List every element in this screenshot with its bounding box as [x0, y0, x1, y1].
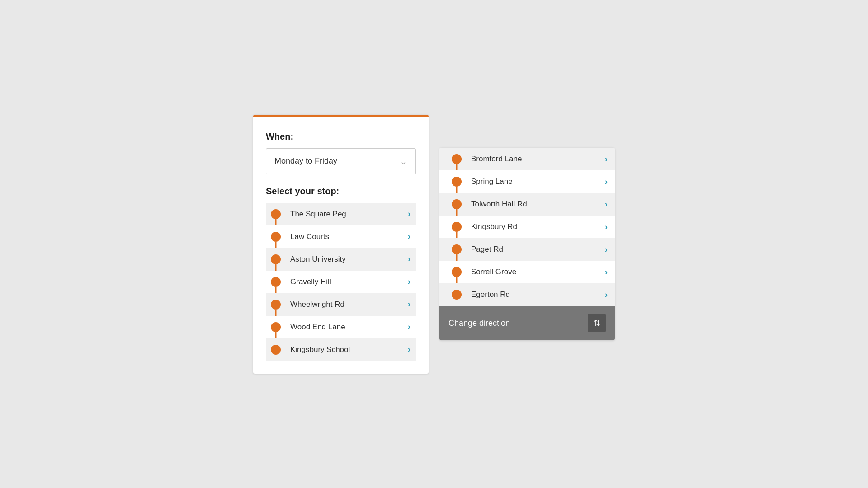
- left-stop-item[interactable]: Kingsbury School ›: [266, 338, 416, 361]
- right-stop-chevron-icon: ›: [605, 245, 608, 254]
- right-stop-name: Kingsbury Rd: [467, 222, 605, 231]
- stop-connector: [275, 219, 277, 225]
- right-stop-connector: [456, 209, 458, 216]
- right-stop-dot: [452, 177, 462, 187]
- stop-dot: [271, 209, 281, 219]
- stop-chevron-icon: ›: [408, 254, 410, 264]
- right-stop-item[interactable]: Paget Rd ›: [439, 238, 615, 261]
- stop-dot-container: [266, 254, 286, 264]
- stop-dot: [271, 322, 281, 332]
- stop-dot-container: [266, 345, 286, 355]
- right-stop-chevron-icon: ›: [605, 200, 608, 209]
- stop-name: Aston University: [286, 255, 408, 264]
- change-direction-label: Change direction: [448, 319, 510, 328]
- right-stop-connector: [456, 187, 458, 193]
- right-stop-dot: [452, 267, 462, 277]
- right-stop-dot-container: [447, 244, 467, 254]
- right-stop-chevron-icon: ›: [605, 290, 608, 300]
- stop-name: Gravelly Hill: [286, 277, 408, 286]
- dropdown-value: Monday to Friday: [274, 156, 337, 166]
- stop-chevron-icon: ›: [408, 232, 410, 241]
- left-stop-item[interactable]: Law Courts ›: [266, 225, 416, 248]
- stop-name: Kingsbury School: [286, 345, 408, 354]
- stop-chevron-icon: ›: [408, 277, 410, 286]
- stop-name: Law Courts: [286, 232, 408, 241]
- right-stop-chevron-icon: ›: [605, 267, 608, 277]
- right-stop-dot: [452, 199, 462, 209]
- right-stop-list: Bromford Lane › Spring Lane › Tolworth H…: [439, 148, 615, 306]
- stop-connector: [275, 287, 277, 293]
- right-stop-dot-container: [447, 222, 467, 232]
- left-stop-item[interactable]: Wheelwright Rd ›: [266, 293, 416, 316]
- right-stop-item[interactable]: Sorrell Grove ›: [439, 261, 615, 283]
- right-stop-name: Bromford Lane: [467, 155, 605, 164]
- right-stop-name: Paget Rd: [467, 245, 605, 254]
- stop-chevron-icon: ›: [408, 322, 410, 332]
- right-stop-dot: [452, 244, 462, 254]
- stop-dot-container: [266, 232, 286, 242]
- stop-dot-container: [266, 300, 286, 310]
- right-stop-connector: [456, 232, 458, 238]
- right-stop-dot: [452, 290, 462, 300]
- right-stop-name: Sorrell Grove: [467, 267, 605, 277]
- change-direction-icon: ⇅: [588, 314, 606, 332]
- right-stop-chevron-icon: ›: [605, 155, 608, 164]
- stop-name: Wheelwright Rd: [286, 300, 408, 309]
- stop-dot: [271, 277, 281, 287]
- chevron-down-icon: ⌄: [400, 156, 407, 167]
- stop-dot: [271, 345, 281, 355]
- left-stop-item[interactable]: Gravelly Hill ›: [266, 271, 416, 293]
- stop-dot-container: [266, 322, 286, 332]
- right-stop-chevron-icon: ›: [605, 177, 608, 187]
- left-stop-list: The Square Peg › Law Courts › Aston Univ…: [266, 203, 416, 361]
- right-stop-name: Spring Lane: [467, 177, 605, 186]
- right-stop-name: Tolworth Hall Rd: [467, 200, 605, 209]
- when-label: When:: [266, 131, 416, 142]
- stop-dot: [271, 232, 281, 242]
- stop-connector: [275, 264, 277, 271]
- right-stop-connector: [456, 277, 458, 283]
- right-stop-dot-container: [447, 267, 467, 277]
- stop-chevron-icon: ›: [408, 209, 410, 219]
- right-stop-name: Egerton Rd: [467, 290, 605, 299]
- stop-chevron-icon: ›: [408, 300, 410, 309]
- stop-dot-container: [266, 277, 286, 287]
- right-stop-item[interactable]: Kingsbury Rd ›: [439, 216, 615, 238]
- right-stop-item[interactable]: Egerton Rd ›: [439, 283, 615, 306]
- stop-connector: [275, 242, 277, 248]
- stop-name: Wood End Lane: [286, 323, 408, 332]
- right-stop-connector: [456, 164, 458, 170]
- left-stop-item[interactable]: Wood End Lane ›: [266, 316, 416, 338]
- stop-name: The Square Peg: [286, 210, 408, 219]
- stop-chevron-icon: ›: [408, 345, 410, 354]
- right-stop-item[interactable]: Tolworth Hall Rd ›: [439, 193, 615, 216]
- right-stop-item[interactable]: Bromford Lane ›: [439, 148, 615, 170]
- left-stop-item[interactable]: The Square Peg ›: [266, 203, 416, 225]
- select-stop-label: Select your stop:: [266, 186, 416, 197]
- stop-connector: [275, 332, 277, 338]
- right-stop-dot: [452, 154, 462, 164]
- right-stop-item[interactable]: Spring Lane ›: [439, 170, 615, 193]
- day-selector-dropdown[interactable]: Monday to Friday ⌄: [266, 148, 416, 174]
- left-stop-item[interactable]: Aston University ›: [266, 248, 416, 271]
- right-stop-connector: [456, 254, 458, 261]
- right-stop-dot-container: [447, 154, 467, 164]
- left-panel: When: Monday to Friday ⌄ Select your sto…: [253, 115, 429, 374]
- change-direction-button[interactable]: Change direction ⇅: [439, 306, 615, 340]
- stop-dot: [271, 300, 281, 310]
- stop-dot: [271, 254, 281, 264]
- right-stop-chevron-icon: ›: [605, 222, 608, 232]
- right-stop-dot: [452, 222, 462, 232]
- stop-connector: [275, 310, 277, 316]
- right-panel: Bromford Lane › Spring Lane › Tolworth H…: [439, 148, 615, 340]
- stop-dot-container: [266, 209, 286, 219]
- right-stop-dot-container: [447, 199, 467, 209]
- right-stop-dot-container: [447, 177, 467, 187]
- right-stop-dot-container: [447, 290, 467, 300]
